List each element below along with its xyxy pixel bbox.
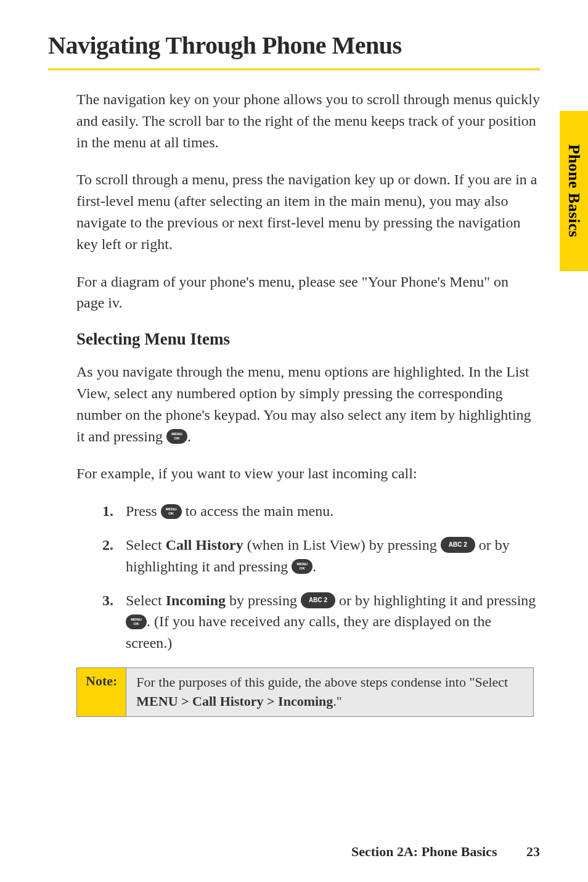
menu-ok-icon: [126, 615, 147, 629]
page-footer: Section 2A: Phone Basics 23: [351, 844, 540, 860]
side-tab-label: Phone Basics: [565, 144, 583, 237]
step2-b: (when in List View) by pressing: [243, 537, 441, 553]
footer-section: Section 2A: Phone Basics: [351, 844, 497, 859]
list-text: Press to access the main menu.: [126, 500, 540, 522]
step2-bold1: Call History: [166, 537, 243, 553]
body-paragraph-1: The navigation key on your phone allows …: [76, 89, 540, 153]
list-number: 1.: [102, 500, 126, 522]
body-paragraph-3: For a diagram of your phone's menu, plea…: [76, 271, 540, 314]
body-paragraph-2: To scroll through a menu, press the navi…: [76, 169, 540, 255]
para4-text-a: As you navigate through the menu, menu o…: [76, 364, 531, 444]
step3-b: by pressing: [226, 592, 301, 608]
list-item: 3. Select Incoming by pressing ABC 2 or …: [102, 590, 540, 654]
side-tab: Phone Basics: [560, 111, 588, 271]
step3-c: or by highlighting it and pressing: [335, 592, 536, 608]
body-paragraph-4: As you navigate through the menu, menu o…: [76, 361, 540, 447]
abc2-key-icon: ABC 2: [301, 592, 335, 608]
step3-a: Select: [126, 592, 166, 608]
note-box: Note: For the purposes of this guide, th…: [76, 668, 534, 717]
menu-ok-icon: [166, 429, 187, 444]
step2-a: Select: [126, 537, 166, 553]
note-bold: MENU > Call History > Incoming: [136, 693, 333, 709]
step3-d: . (If you have received any calls, they …: [126, 613, 491, 651]
note-label: Note:: [77, 668, 126, 716]
step1-a: Press: [126, 503, 161, 519]
para4-text-b: .: [187, 428, 191, 444]
step3-bold1: Incoming: [166, 592, 226, 608]
footer-page-number: 23: [526, 844, 540, 860]
note-body: For the purposes of this guide, the abov…: [126, 668, 533, 716]
numbered-list: 1. Press to access the main menu. 2. Sel…: [102, 500, 540, 654]
list-number: 2.: [102, 534, 126, 556]
body-paragraph-5: For example, if you want to view your la…: [76, 463, 540, 484]
page-title: Navigating Through Phone Menus: [48, 31, 540, 60]
note-text-a: For the purposes of this guide, the abov…: [136, 674, 508, 690]
menu-ok-icon: [161, 504, 182, 519]
abc2-key-icon: ABC 2: [441, 537, 475, 553]
step1-b: to access the main menu.: [182, 503, 334, 519]
step2-d: .: [312, 558, 316, 574]
list-number: 3.: [102, 590, 126, 611]
menu-ok-icon: [292, 559, 312, 574]
list-item: 2. Select Call History (when in List Vie…: [102, 534, 540, 578]
note-text-b: .": [333, 693, 341, 709]
list-text: Select Call History (when in List View) …: [126, 534, 540, 578]
section-subheading: Selecting Menu Items: [76, 330, 540, 349]
title-underline: [48, 68, 540, 70]
list-item: 1. Press to access the main menu.: [102, 500, 540, 522]
list-text: Select Incoming by pressing ABC 2 or by …: [126, 590, 540, 654]
